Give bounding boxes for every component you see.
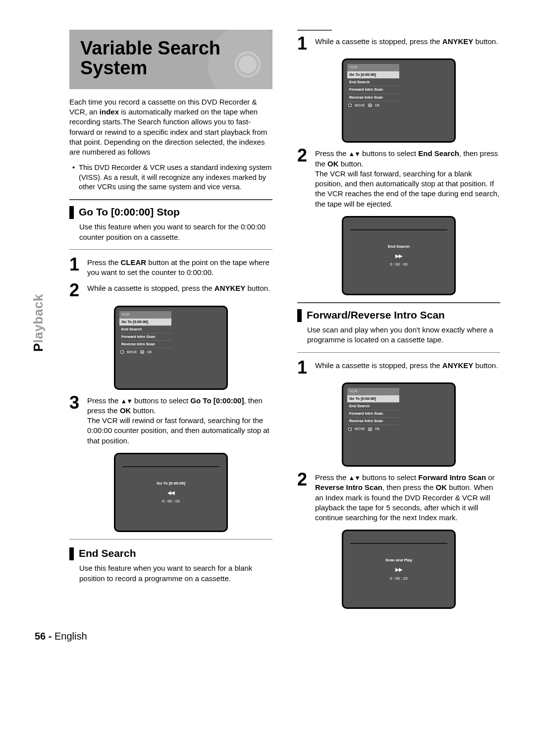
section-goto-desc: Use this feature when you want to search…: [79, 222, 272, 242]
right-column: 1 While a cassette is stopped, press the…: [297, 30, 500, 614]
page-footer: 56 - English: [35, 630, 500, 643]
section-goto-head: Go To [0:00:00] Stop: [69, 205, 272, 219]
osd-status-time: 0 : 00 : 03: [122, 499, 219, 504]
osd-menu-header: VCR: [347, 64, 399, 71]
osd-status-label: End Search: [350, 244, 447, 250]
osd-menu-header: VCR: [347, 388, 399, 395]
section-bar-icon: [69, 206, 74, 219]
osd-menu-item: Forward Intro Scan: [347, 410, 399, 418]
left-column: Variable Search System Each time you rec…: [69, 30, 272, 614]
osd-menu-header: VCR: [119, 311, 171, 319]
osd-status-label: Scan and Play: [350, 558, 447, 563]
step-number: 1: [297, 36, 310, 52]
osd-endsearch-screen: End Search ▶▶ 0 : 00 : 03: [342, 216, 456, 295]
osd-status-time: 0 : 00 : 03: [350, 262, 447, 268]
step-number: 2: [297, 148, 310, 163]
osd-status-time: 0 : 00 : 23: [350, 576, 447, 582]
introscan-step-1: 1 While a cassette is stopped, press the…: [297, 360, 500, 376]
divider: [69, 249, 272, 250]
step-number: 2: [69, 282, 82, 298]
section-endsearch-desc: Use this feature when you want to search…: [79, 563, 272, 584]
fast-forward-icon: ▶▶: [350, 253, 447, 260]
osd-status-label: Go To [0:00:00]: [122, 481, 219, 486]
osd-menu-footer: ◆MOVE ▭OK: [347, 102, 399, 108]
osd-menu-item: Go To [0:00:00]: [347, 71, 399, 79]
osd-menu-item: Reverse Intro Scan: [119, 341, 171, 348]
step-number: 1: [69, 257, 82, 272]
osd-goto-screen: Go To [0:00:00] ◀◀ 0 : 00 : 03: [114, 453, 228, 532]
step-number: 1: [297, 360, 310, 376]
osd-menu-screen: VCR Go To [0:00:00] End Search Forward I…: [342, 382, 456, 467]
section-endsearch-head: End Search: [69, 546, 272, 560]
divider: [297, 352, 500, 353]
section-introscan-desc: Use scan and play when you don't know ex…: [307, 325, 500, 345]
intro-bullet: •This DVD Recorder & VCR uses a standard…: [72, 163, 272, 192]
osd-menu-screen: VCR Go To [0:00:00] End Search Forward I…: [342, 58, 456, 143]
osd-menu-item: Reverse Intro Scan: [347, 418, 399, 425]
introscan-step-2: 2 Press the buttons to select Forward In…: [297, 472, 500, 523]
page-title: Variable Search System: [80, 39, 262, 78]
fast-forward-icon: ▶▶: [350, 566, 447, 573]
divider: [69, 539, 272, 540]
osd-menu-item: End Search: [119, 326, 171, 333]
osd-menu-screen: VCR Go To [0:00:00] End Search Forward I…: [114, 306, 228, 390]
endsearch-step-2: 2 Press the buttons to select End Search…: [297, 148, 500, 209]
osd-menu-item: Reverse Intro Scan: [347, 94, 399, 102]
osd-menu-item: End Search: [347, 79, 399, 86]
intro-paragraph: Each time you record a cassette on this …: [69, 97, 272, 158]
osd-scan-screen: Scan and Play ▶▶ 0 : 00 : 23: [342, 530, 456, 609]
osd-menu-item: End Search: [347, 403, 399, 410]
divider: [297, 302, 500, 303]
section-goto-title: Go To [0:00:00] Stop: [79, 205, 180, 219]
up-down-icon: [121, 396, 132, 405]
goto-step-1: 1 Press the CLEAR button at the point on…: [69, 257, 272, 278]
step-number: 2: [297, 472, 310, 487]
osd-menu-footer: ◆MOVE ▭OK: [347, 425, 399, 431]
rewind-icon: ◀◀: [122, 489, 219, 496]
endsearch-step-1: 1 While a cassette is stopped, press the…: [297, 36, 500, 52]
section-bar-icon: [69, 547, 74, 560]
goto-step-3: 3 Press the buttons to select Go To [0:0…: [69, 395, 272, 446]
osd-menu-item: Forward Intro Scan: [347, 86, 399, 94]
section-introscan-title: Forward/Reverse Intro Scan: [307, 308, 445, 322]
section-tab-label: Playback: [30, 294, 47, 352]
section-introscan-head: Forward/Reverse Intro Scan: [297, 308, 500, 322]
up-down-icon: [349, 473, 360, 482]
osd-menu-item: Go To [0:00:00]: [347, 395, 399, 403]
section-tab: Playback: [35, 30, 50, 614]
section-endsearch-title: End Search: [79, 546, 136, 560]
divider: [69, 199, 272, 200]
osd-menu-footer: ◆MOVE ▭OK: [119, 348, 171, 354]
section-bar-icon: [297, 309, 302, 322]
goto-step-2: 2 While a cassette is stopped, press the…: [69, 282, 272, 298]
osd-menu-item: Forward Intro Scan: [119, 333, 171, 341]
step-number: 3: [69, 395, 82, 411]
divider: [297, 30, 332, 31]
page-title-box: Variable Search System: [69, 30, 272, 89]
osd-menu-item: Go To [0:00:00]: [119, 319, 171, 326]
up-down-icon: [349, 149, 360, 158]
